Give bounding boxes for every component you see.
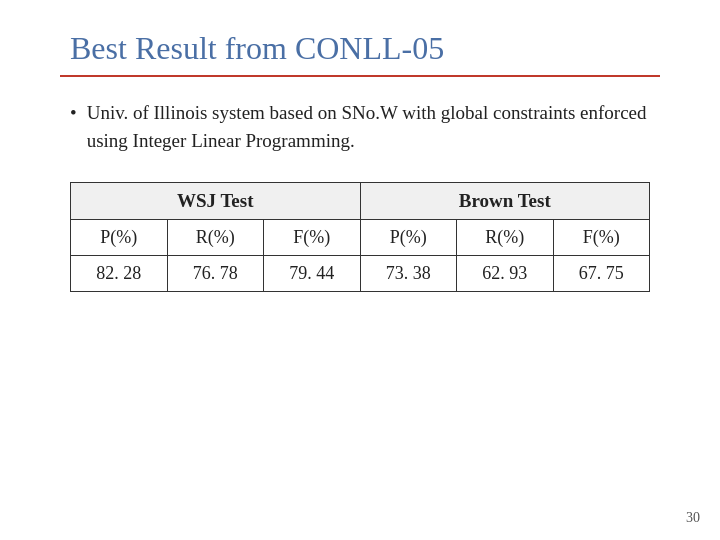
bullet-content: Univ. of Illinois system based on SNo.W … xyxy=(87,99,660,154)
wsj-test-header: WSJ Test xyxy=(71,183,361,220)
table-header-row: WSJ Test Brown Test xyxy=(71,183,650,220)
col-header-r2: R(%) xyxy=(457,220,554,256)
cell-brown-p: 73. 38 xyxy=(360,256,457,292)
cell-wsj-r: 76. 78 xyxy=(167,256,264,292)
bullet-dot: • xyxy=(70,99,77,127)
col-header-f2: F(%) xyxy=(553,220,650,256)
col-header-f1: F(%) xyxy=(264,220,361,256)
table-col-header-row: P(%) R(%) F(%) P(%) R(%) F(%) xyxy=(71,220,650,256)
page-number: 30 xyxy=(686,510,700,526)
table-container: WSJ Test Brown Test P(%) R(%) F(%) P(%) … xyxy=(60,182,660,292)
bullet-section: • Univ. of Illinois system based on SNo.… xyxy=(60,99,660,154)
bullet-text: • Univ. of Illinois system based on SNo.… xyxy=(70,99,660,154)
cell-brown-f: 67. 75 xyxy=(553,256,650,292)
cell-brown-r: 62. 93 xyxy=(457,256,554,292)
results-table: WSJ Test Brown Test P(%) R(%) F(%) P(%) … xyxy=(70,182,650,292)
col-header-r1: R(%) xyxy=(167,220,264,256)
page-title: Best Result from CONLL-05 xyxy=(60,30,660,67)
table-row: 82. 28 76. 78 79. 44 73. 38 62. 93 67. 7… xyxy=(71,256,650,292)
cell-wsj-p: 82. 28 xyxy=(71,256,168,292)
cell-wsj-f: 79. 44 xyxy=(264,256,361,292)
slide: Best Result from CONLL-05 • Univ. of Ill… xyxy=(0,0,720,540)
col-header-p2: P(%) xyxy=(360,220,457,256)
brown-test-header: Brown Test xyxy=(360,183,650,220)
col-header-p1: P(%) xyxy=(71,220,168,256)
title-divider xyxy=(60,75,660,77)
